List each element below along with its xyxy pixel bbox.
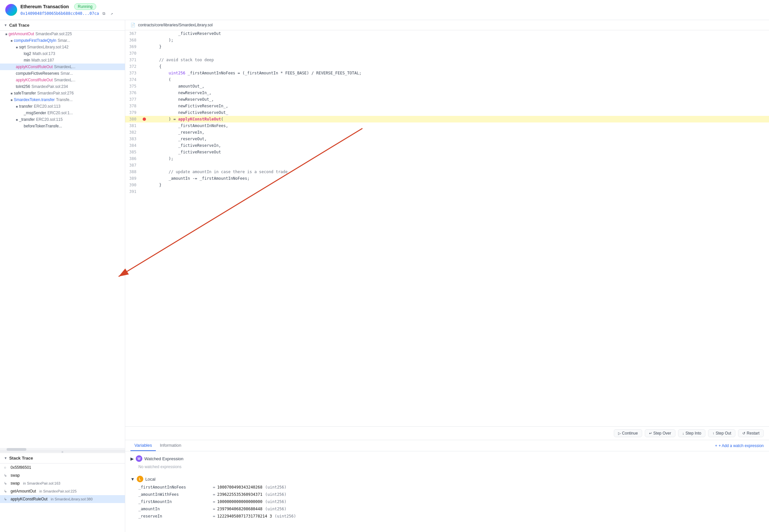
watch-label: Watched Expression (144, 456, 183, 461)
collapse-icon: ■ (11, 92, 13, 95)
left-panel: ▼ Call Trace ■ getAmountOut SmardexPair.… (0, 20, 125, 532)
code-line: 381 _firstAmountInNoFees, (125, 122, 769, 129)
breakpoint-dot[interactable] (143, 118, 146, 121)
code-line: 368 ); (125, 37, 769, 43)
continue-icon: ▷ (618, 431, 621, 436)
stack-trace-chevron: ▼ (4, 456, 7, 460)
local-label: Local (145, 477, 155, 482)
stack-return-icon: ↳ (4, 497, 9, 501)
collapse-icon: ■ (16, 118, 18, 121)
restart-button[interactable]: ↺ Restart (738, 429, 764, 437)
code-line: 388 // update amountIn in case there is … (125, 169, 769, 175)
code-line: 389 _amountIn -= _firstAmountInNoFees; (125, 175, 769, 182)
code-line: 383 _reserveOut, (125, 136, 769, 142)
step-over-icon: ↵ (649, 431, 652, 436)
vars-tabs: Variables Information (125, 440, 715, 451)
step-over-button[interactable]: ↵ Step Over (645, 429, 676, 437)
tree-node[interactable]: ■ SmardexToken.transfer Transfe... (0, 96, 125, 103)
var-item: _reserveIn = 122294058071731778214 3 (ui… (130, 513, 764, 520)
code-line: 376 newReserveIn_, (125, 90, 769, 96)
tree-node[interactable]: ■ safeTransfer SmardexPair.sol:276 (0, 90, 125, 96)
tree-node[interactable]: min Math.sol:187 (0, 57, 125, 64)
code-line: 367 _fictiveReserveOut (125, 30, 769, 37)
call-trace-header[interactable]: ▼ Call Trace (0, 20, 125, 31)
stack-return-icon: ↳ (4, 473, 9, 478)
vars-panel: Variables Information + + Add a watch ex… (125, 440, 769, 532)
stack-item[interactable]: ↳ getAmountOut in SmardexPair.sol:225 (0, 487, 125, 495)
tree-node[interactable]: computeFictiveReserves Smar... (0, 70, 125, 77)
code-line: 379 newFictiveReserveOut_ (125, 109, 769, 116)
right-panel: 📄 contracts/core/libraries/SmardexLibrar… (125, 20, 769, 532)
local-section-header[interactable]: ▼ L Local (130, 474, 764, 484)
file-icon: 📄 (130, 23, 135, 27)
transaction-title: Ethereum Transaction (20, 4, 69, 9)
tree-node[interactable]: ■ computeFirstTradeQtyIn Smar... (0, 37, 125, 44)
tree-node[interactable]: toInt256 SmardexPair.sol:234 (0, 83, 125, 90)
call-trace-tree[interactable]: ■ getAmountOut SmardexPair.sol:225 ■ com… (0, 31, 125, 448)
stack-return-icon: ↳ (4, 489, 9, 493)
code-line: 371 // avoid stack too deep (125, 57, 769, 63)
step-out-button[interactable]: ↑ Step Out (708, 429, 735, 437)
copy-icon[interactable]: ⧉ (101, 11, 107, 16)
var-item: _amountIn = 2397904068208680448 (uint256… (130, 505, 764, 513)
tab-information[interactable]: Information (156, 440, 185, 451)
horizontal-scrollbar[interactable] (0, 448, 125, 451)
scrollbar-thumb[interactable] (7, 448, 26, 451)
stack-item-selected[interactable]: ↳ applyKConstRuleOut in SmardexLibrary.s… (0, 495, 125, 503)
code-line: 375 amountOut_, (125, 83, 769, 90)
debug-toolbar: ▷ Continue ↵ Step Over ↓ Step Into ↑ Ste… (125, 427, 769, 440)
file-tab: 📄 contracts/core/libraries/SmardexLibrar… (125, 20, 769, 30)
external-link-icon[interactable]: ↗ (109, 11, 115, 16)
vars-tabs-row: Variables Information + + Add a watch ex… (125, 440, 769, 451)
app-container: Ethereum Transaction Running 0x1409048f5… (0, 0, 769, 532)
step-into-button[interactable]: ↓ Step Into (678, 429, 706, 437)
tree-node[interactable]: ■ getAmountOut SmardexPair.sol:225 (0, 31, 125, 37)
code-line: 373 uint256 _firstAmountInNoFees = (_fir… (125, 70, 769, 76)
restart-icon: ↺ (742, 431, 745, 436)
collapse-icon: ■ (16, 45, 18, 49)
tree-node[interactable]: beforeTokenTransfe... (0, 123, 125, 129)
stack-item[interactable]: ↳ swap (0, 471, 125, 479)
stack-return-icon: ↳ (4, 481, 9, 486)
tree-node[interactable]: ■ transfer ERC20.sol:113 (0, 103, 125, 110)
step-into-icon: ↓ (682, 431, 684, 435)
continue-button[interactable]: ▷ Continue (614, 429, 642, 437)
tree-node[interactable]: _msgSender ERC20.sol:1... (0, 110, 125, 116)
tree-node[interactable]: ■ _transfer ERC20.sol:115 (0, 116, 125, 123)
transaction-hash: 0x1409048f50065b6b688cc040...07ca ⧉ ↗ (20, 11, 115, 16)
collapse-icon: ■ (11, 98, 13, 102)
code-line: 385 _fictiveReserveOut (125, 149, 769, 155)
stack-trace-header[interactable]: ▼ Stack Trace (0, 453, 125, 464)
code-line: 391 (125, 188, 769, 195)
code-line: 384 _fictiveReserveIn, (125, 142, 769, 149)
code-line: 374 ( (125, 76, 769, 83)
code-content[interactable]: 367 _fictiveReserveOut 368 ); 369 (125, 30, 769, 426)
watch-section-header[interactable]: ▶ W Watched Expression (130, 454, 764, 463)
header-info: Ethereum Transaction Running 0x1409048f5… (20, 3, 115, 16)
call-trace-chevron: ▼ (4, 23, 7, 27)
code-line: 369 } (125, 43, 769, 50)
tree-node[interactable]: applyKConstRuleOut SmardexL... (0, 77, 125, 83)
vars-content: ▶ W Watched Expression No watched expres… (125, 451, 769, 532)
collapse-icon: ■ (16, 105, 18, 108)
watch-expression-section: ▶ W Watched Expression No watched expres… (130, 454, 764, 470)
code-line: 382 _reserveIn, (125, 129, 769, 136)
call-trace-section: ▼ Call Trace ■ getAmountOut SmardexPair.… (0, 20, 125, 451)
tree-node[interactable]: log2 Math.sol:173 (0, 50, 125, 57)
plus-icon: + (715, 443, 717, 448)
code-line: 386 ); (125, 155, 769, 162)
code-line: 370 (125, 50, 769, 57)
main-layout: ▼ Call Trace ■ getAmountOut SmardexPair.… (0, 20, 769, 532)
tree-node[interactable]: ■ sqrt SmardexLibrary.sol:142 (0, 44, 125, 50)
no-expressions-text: No watched expressions (130, 463, 764, 470)
tab-variables[interactable]: Variables (130, 440, 156, 451)
stack-bullet-icon: ○ (4, 465, 9, 469)
stack-item[interactable]: ○ 0x55f86501 (0, 464, 125, 471)
code-line: 387 (125, 162, 769, 169)
collapse-icon: ■ (11, 39, 13, 42)
tree-node[interactable]: applyKConstRuleOut SmardexL... (0, 64, 125, 70)
var-item: _firstAmountIn = 1000000000000000000 (ui… (130, 498, 764, 505)
stack-trace-label: Stack Trace (9, 456, 33, 461)
add-watch-button[interactable]: + + Add a watch expression (715, 443, 769, 448)
stack-item[interactable]: ↳ swap in SmardexPair.sol:163 (0, 479, 125, 487)
